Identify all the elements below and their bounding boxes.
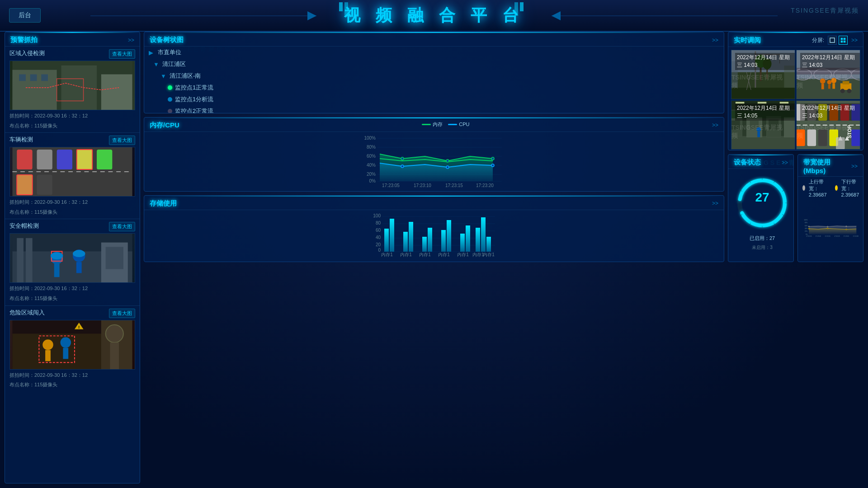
svg-rect-140 — [836, 137, 845, 149]
video-cell-2[interactable]: 2022年12月14日 星期三 14:03 TSINGSEE青犀视频 — [796, 50, 860, 99]
donut-enabled-label2: 未启用：3 — [752, 244, 773, 251]
alert-1-scene-svg — [10, 61, 135, 110]
alert-panel-title: 预警抓拍 — [10, 36, 38, 44]
svg-rect-54 — [466, 225, 470, 252]
alert-4-image: ! — [9, 320, 135, 370]
svg-point-30 — [401, 165, 404, 168]
svg-marker-2 — [307, 11, 316, 20]
svg-rect-222 — [54, 264, 60, 277]
tree-item-monitor2[interactable]: 监控点2正常流 — [144, 105, 724, 113]
alert-1-time: 抓拍时间：2022-09-30 16：32：12 — [9, 112, 135, 120]
svg-point-233 — [106, 324, 123, 342]
svg-point-227 — [73, 250, 85, 258]
tree-label: 监控点1正常流 — [175, 84, 213, 92]
svg-text:内存1: 内存1 — [457, 252, 469, 257]
storage-chart: 100 80 60 40 20 0 — [144, 210, 724, 259]
status-dot-blue — [168, 97, 172, 102]
tree-label: 清江浦区 — [162, 60, 186, 68]
video-timestamp-1: 2022年12月14日 星期三 14:03 — [735, 53, 795, 70]
memory-cpu-more[interactable]: >> — [712, 122, 718, 128]
svg-text:80%: 80% — [367, 145, 376, 150]
alert-item-1: 区域入侵检测 查看大图 抓拍时 — [5, 47, 140, 133]
svg-point-186 — [846, 226, 847, 227]
realtime-panel: 实时调阅 分屏: — [728, 32, 863, 150]
bandwidth-more[interactable]: >> — [851, 163, 858, 169]
svg-rect-55 — [476, 228, 480, 252]
svg-rect-53 — [460, 234, 465, 252]
svg-text:17:23:10: 17:23:10 — [414, 183, 431, 188]
realtime-more[interactable]: >> — [851, 37, 858, 43]
svg-point-96 — [831, 78, 836, 84]
device-tree-list: ▶ 市直单位 ▼ 清江浦区 ▼ 清江浦区-南 监控点1正常流 — [144, 47, 724, 113]
svg-rect-111 — [731, 120, 740, 129]
svg-text:100: 100 — [373, 213, 381, 218]
alert-panel-more[interactable]: >> — [128, 37, 134, 43]
memory-legend-label: 内存 — [433, 121, 443, 128]
alert-1-view-btn[interactable]: 查看大图 — [109, 49, 135, 59]
tree-item-city[interactable]: ▶ 市直单位 — [144, 47, 724, 58]
svg-text:20: 20 — [376, 242, 381, 247]
tree-item-qjpq[interactable]: ▼ 清江浦区 — [144, 58, 724, 70]
svg-text:17:23:30: 17:23:30 — [853, 235, 859, 237]
download-legend: 下行带宽：2.39687 — [835, 178, 862, 197]
svg-rect-225 — [76, 262, 82, 273]
header: 后台 视 频 融 合 平 台 TSINGSEE青犀视频 — [0, 0, 868, 32]
svg-point-29 — [491, 157, 494, 160]
upload-legend-label: 上行带宽：2.39687 — [809, 178, 830, 197]
svg-text:80: 80 — [376, 221, 381, 225]
svg-rect-208 — [17, 150, 32, 169]
alert-3-view-btn[interactable]: 查看大图 — [109, 222, 135, 231]
svg-text:17:23:20: 17:23:20 — [834, 235, 840, 237]
split-1x1-icon[interactable] — [828, 36, 837, 45]
alert-2-view-btn[interactable]: 查看大图 — [109, 136, 135, 145]
device-tree-more[interactable]: >> — [712, 37, 718, 43]
svg-text:内存1: 内存1 — [400, 252, 412, 257]
svg-rect-49 — [422, 237, 427, 252]
svg-rect-220 — [26, 238, 33, 282]
svg-text:100%: 100% — [804, 219, 807, 221]
back-button[interactable]: 后台 — [9, 8, 41, 23]
alert-3-scene-svg — [10, 234, 135, 282]
svg-rect-46 — [390, 219, 394, 252]
svg-rect-229 — [106, 247, 123, 269]
memory-cpu-legend: 内存 CPU — [422, 121, 469, 128]
svg-rect-69 — [844, 41, 845, 42]
svg-text:80%: 80% — [805, 222, 808, 224]
svg-text:内存1: 内存1 — [381, 252, 393, 257]
svg-text:17:23:20: 17:23:20 — [476, 183, 494, 188]
alert-3-time: 抓拍时间：2022-09-30 16：32：12 — [9, 285, 135, 293]
alert-2-time: 抓拍时间：2022-09-30 16：32：12 — [9, 198, 135, 206]
svg-point-237 — [60, 337, 71, 348]
alert-item-2: 车辆检测 查看大图 — [5, 133, 140, 219]
svg-point-32 — [491, 164, 494, 167]
svg-point-102 — [840, 89, 845, 94]
svg-rect-199 — [61, 66, 97, 110]
tree-label: 市直单位 — [158, 48, 181, 56]
svg-rect-202 — [30, 74, 37, 81]
bandwidth-title: 带宽使用(Mbps) — [803, 158, 851, 174]
video-cell-4[interactable]: 2022年12月14日 星期三 14:03 TSINGSEE青犀视频 STOP — [796, 100, 860, 150]
svg-point-226 — [51, 253, 63, 260]
video-cell-1[interactable]: 2022年12月14日 星期三 14:03 TSINGSEE青犀视频 — [731, 50, 795, 99]
alert-3-camera: 布点名称：115摄像头 — [9, 295, 135, 303]
grid-2x2-svg — [840, 38, 846, 43]
tree-item-monitor1[interactable]: 监控点1正常流 — [144, 82, 724, 94]
svg-rect-211 — [77, 150, 92, 169]
memory-cpu-title: 内存/CPU — [150, 121, 179, 130]
svg-rect-97 — [832, 83, 835, 89]
video-cell-3[interactable]: 2022年12月14日 星期三 14:05 TSINGSEE青犀视频 — [731, 100, 795, 150]
storage-more[interactable]: >> — [712, 200, 718, 206]
tree-item-monitor1a[interactable]: 监控点1分析流 — [144, 94, 724, 105]
svg-rect-238 — [63, 347, 68, 359]
tree-item-qjpq-n[interactable]: ▼ 清江浦区-南 — [144, 70, 724, 82]
alert-2-header: 车辆检测 查看大图 — [9, 136, 135, 145]
svg-point-188 — [808, 228, 810, 230]
device-status-more[interactable]: >> — [782, 160, 788, 166]
alert-4-view-btn[interactable]: 查看大图 — [109, 309, 135, 318]
svg-rect-236 — [45, 350, 51, 361]
alert-1-image — [9, 61, 135, 110]
device-status-header: 设备状态 >> — [728, 155, 793, 169]
split-2x2-icon[interactable] — [839, 36, 848, 45]
center-column: 实时调阅 分屏: — [728, 32, 863, 262]
svg-text:20%: 20% — [805, 230, 808, 232]
